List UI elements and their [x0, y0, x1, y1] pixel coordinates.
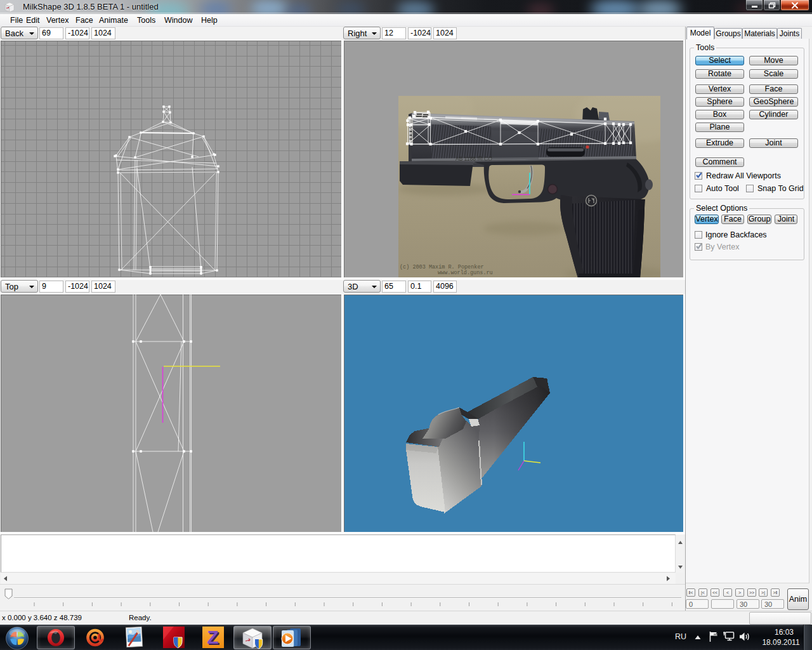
- svg-text:www.world.guns.ru: www.world.guns.ru: [438, 270, 493, 276]
- svg-text:Z: Z: [207, 627, 218, 647]
